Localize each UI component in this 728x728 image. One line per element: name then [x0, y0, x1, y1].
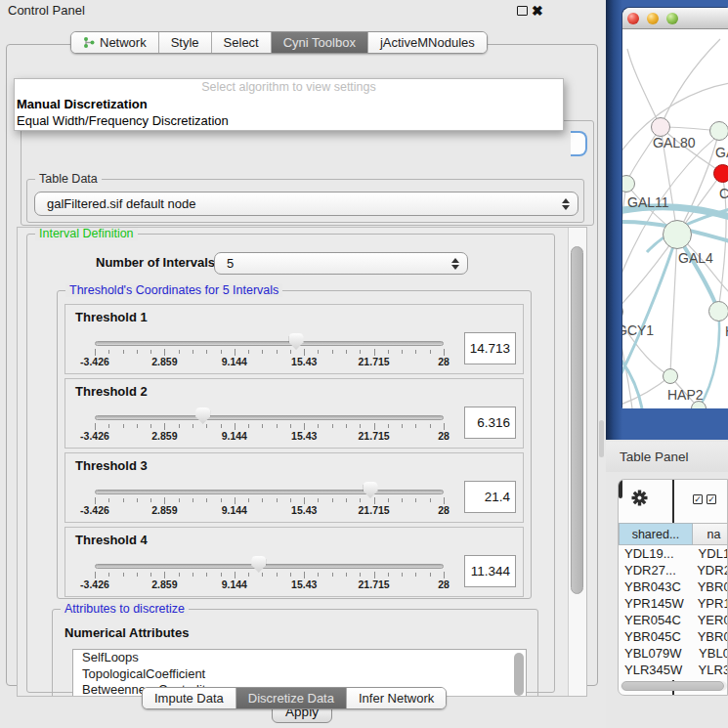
horizontal-scrollbar-thumb[interactable] [621, 681, 724, 691]
popup-option-equal-width[interactable]: Equal Width/Frequency Discretization [15, 112, 563, 129]
table-row[interactable]: YBR045CYBR0 [619, 628, 728, 645]
tab-jactivemnodules[interactable]: jActiveMNodules [367, 32, 487, 53]
network-node[interactable] [663, 220, 692, 249]
attribute-list-item[interactable]: SelfLoops [73, 650, 526, 666]
slider-ticks [95, 572, 444, 579]
column-checkbox-icon[interactable]: ✓ [693, 494, 703, 504]
table-row[interactable]: YDL19...YDL1 [619, 545, 728, 562]
split-table-icon[interactable] [619, 479, 622, 498]
cell-name[interactable]: YDL1 [691, 545, 728, 562]
tab-cyni-toolbox[interactable]: Cyni Toolbox [271, 32, 367, 53]
cell-shared-name[interactable]: YPR145W [619, 595, 690, 612]
table-row[interactable]: YBR043CYBR0 [619, 578, 728, 595]
cell-name[interactable]: YLR3 [691, 662, 728, 678]
cell-name[interactable]: YBL0 [691, 645, 728, 662]
cell-shared-name[interactable]: YBR043C [619, 578, 690, 595]
table-data-combobox[interactable]: galFiltered.sif default node [34, 192, 578, 216]
slider-track[interactable] [95, 564, 444, 569]
cell-shared-name[interactable]: YBL079W [619, 645, 691, 662]
table-row[interactable]: YLR345WYLR3 [619, 662, 728, 678]
network-node[interactable] [713, 164, 728, 183]
cell-name[interactable]: YER0 [690, 612, 728, 628]
tab-select[interactable]: Select [211, 32, 271, 53]
algorithm-combobox[interactable] [571, 131, 587, 156]
cell-shared-name[interactable]: YLR345W [619, 662, 691, 678]
threshold-label: Threshold 4 [75, 533, 148, 547]
table-row[interactable]: YDR27...YDR2 [619, 562, 728, 578]
tab-style[interactable]: Style [158, 32, 211, 53]
cell-name[interactable]: YPR1 [690, 595, 728, 612]
slider-thumb[interactable] [364, 482, 378, 498]
threshold-label: Threshold 1 [75, 310, 148, 324]
popup-option-manual-discretization[interactable]: Manual Discretization [15, 96, 563, 112]
network-node-label: GAL4 [678, 250, 713, 266]
float-window-icon[interactable] [517, 6, 528, 16]
slider-tick-label: 9.144 [222, 430, 247, 442]
vertical-scrollbar-thumb[interactable] [571, 246, 583, 594]
column-header-shared-name[interactable]: shared... [619, 523, 693, 545]
attribute-list-item[interactable]: TopologicalCoefficient [73, 666, 526, 683]
tab-network[interactable]: Network [71, 32, 158, 53]
threshold-value-field[interactable]: 6.316 [464, 407, 516, 439]
vertical-scrollbar[interactable] [568, 228, 586, 696]
tab-discretize-data[interactable]: Discretize Data [236, 688, 346, 708]
app-root: Control Panel ✖ Network Style Select Cyn… [0, 0, 728, 728]
table-row[interactable]: YIL052CYIL0 [619, 678, 728, 680]
attributes-list-scrollbar[interactable] [514, 653, 524, 696]
panel-splitter-handle[interactable] [599, 420, 604, 457]
table-row[interactable]: YER054CYER0 [619, 612, 728, 628]
tab-label: Infer Network [359, 688, 434, 708]
close-icon[interactable]: ✖ [532, 1, 543, 21]
network-node-label: C [719, 186, 728, 201]
tab-infer-network[interactable]: Infer Network [346, 688, 446, 708]
table-row[interactable]: YPR145WYPR1 [619, 595, 728, 612]
close-traffic-light-icon[interactable] [627, 13, 639, 24]
horizontal-scrollbar[interactable] [621, 681, 727, 691]
slider-tick-label: 2.859 [151, 578, 177, 590]
cell-shared-name[interactable]: YDL19... [619, 545, 691, 562]
network-window-titlebar[interactable] [622, 8, 728, 29]
slider-track[interactable] [95, 490, 444, 494]
cell-shared-name[interactable]: YIL052C [619, 678, 693, 680]
threshold-value-field[interactable]: 11.344 [464, 555, 516, 587]
network-canvas[interactable]: GAL80GALCGAL11GAL4GCY1HHAP2 [622, 29, 728, 408]
network-node[interactable] [708, 301, 728, 321]
threshold-value-field[interactable]: 21.4 [464, 481, 516, 513]
network-node[interactable] [651, 117, 670, 137]
slider-thumb[interactable] [289, 333, 304, 350]
tab-impute-data[interactable]: Impute Data [143, 688, 236, 708]
cell-name[interactable]: YIL0 [693, 678, 727, 680]
network-node[interactable] [709, 121, 728, 141]
slider-tick-label: -3.426 [80, 430, 109, 442]
threshold-value-field[interactable]: 14.713 [464, 332, 516, 364]
slider-tick-label: 15.43 [291, 504, 317, 516]
threshold-panel: Threshold 1-3.4262.8599.14415.4321.71528… [64, 304, 524, 374]
network-window: GAL80GALCGAL11GAL4GCY1HHAP2 [622, 8, 728, 408]
column-header-name[interactable]: na [693, 523, 728, 545]
cell-shared-name[interactable]: YDR27... [619, 562, 689, 578]
tab-label: Network [100, 32, 147, 53]
cell-name[interactable]: YBR0 [690, 578, 728, 595]
number-of-intervals-combobox[interactable]: 5 [214, 252, 468, 275]
table-row[interactable]: YBL079WYBL0 [619, 645, 728, 662]
slider-track[interactable] [95, 415, 444, 420]
slider-tick-label: 2.859 [151, 430, 177, 442]
slider-track[interactable] [95, 341, 444, 346]
slider-thumb[interactable] [251, 556, 266, 573]
column-checkbox-icon[interactable]: ✓ [707, 494, 716, 504]
cell-name[interactable]: YDR2 [689, 562, 728, 578]
slider-thumb[interactable] [195, 407, 210, 424]
zoom-traffic-light-icon[interactable] [666, 13, 678, 24]
cell-name[interactable]: YBR0 [690, 628, 728, 645]
group-label: Interval Definition [35, 228, 138, 240]
spinner-arrows-icon [451, 258, 459, 270]
cell-shared-name[interactable]: YER054C [619, 612, 690, 628]
cell-shared-name[interactable]: YBR045C [619, 628, 690, 645]
gear-icon[interactable] [631, 490, 648, 506]
network-node[interactable] [663, 368, 678, 384]
slider-tick-label: 15.43 [291, 356, 317, 367]
number-of-intervals-label: Number of Intervals [96, 255, 215, 270]
panel-title: Control Panel [8, 0, 85, 21]
minimize-traffic-light-icon[interactable] [647, 13, 659, 24]
tab-label: jActiveMNodules [380, 32, 475, 53]
